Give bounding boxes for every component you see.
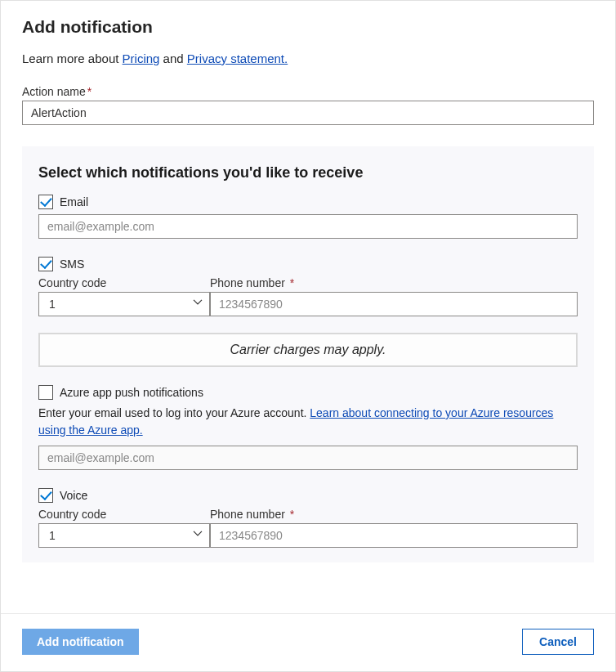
email-input[interactable] xyxy=(38,214,578,239)
azure-app-checkbox-row: Azure app push notifications xyxy=(38,385,578,400)
page-title: Add notification xyxy=(22,17,594,37)
pricing-link[interactable]: Pricing xyxy=(123,52,160,65)
sms-phone-input[interactable] xyxy=(210,292,578,316)
action-name-label: Action name* xyxy=(22,85,92,98)
privacy-statement-link[interactable]: Privacy statement. xyxy=(187,52,288,65)
sms-country-select[interactable]: 1 xyxy=(38,292,210,316)
sms-phone-label-text: Phone number xyxy=(210,276,285,289)
azure-app-helper-text: Enter your email used to log into your A… xyxy=(38,406,310,419)
panel-title: Select which notifications you'd like to… xyxy=(38,164,578,181)
learn-more-text: Learn more about Pricing and Privacy sta… xyxy=(22,52,594,65)
action-name-label-text: Action name xyxy=(22,85,86,98)
sms-checkbox[interactable] xyxy=(38,257,53,271)
required-indicator: * xyxy=(287,508,294,521)
footer-bar: Add notification Cancel xyxy=(1,613,615,671)
azure-app-checkbox[interactable] xyxy=(38,385,53,400)
sms-checkbox-label: SMS xyxy=(60,258,84,271)
email-checkbox[interactable] xyxy=(38,195,53,209)
voice-phone-label: Phone number * xyxy=(210,508,294,521)
azure-app-checkbox-label: Azure app push notifications xyxy=(60,386,203,399)
azure-app-email-input xyxy=(38,446,578,470)
email-checkbox-row: Email xyxy=(38,195,578,209)
learn-more-and: and xyxy=(163,52,187,65)
voice-checkbox[interactable] xyxy=(38,488,53,503)
required-indicator: * xyxy=(87,85,92,98)
sms-country-label: Country code xyxy=(38,276,106,289)
cancel-button[interactable]: Cancel xyxy=(522,629,594,655)
voice-phone-label-text: Phone number xyxy=(210,508,285,521)
learn-more-prefix: Learn more about xyxy=(22,52,123,65)
azure-app-helper: Enter your email used to log into your A… xyxy=(38,405,578,439)
action-name-field: Action name* xyxy=(22,85,594,125)
carrier-notice-banner: Carrier charges may apply. xyxy=(38,333,578,367)
voice-country-label: Country code xyxy=(38,508,106,521)
add-notification-button[interactable]: Add notification xyxy=(22,629,139,655)
email-checkbox-label: Email xyxy=(60,195,88,208)
sms-checkbox-row: SMS xyxy=(38,257,578,271)
action-name-input[interactable] xyxy=(22,101,594,125)
voice-checkbox-row: Voice xyxy=(38,488,578,503)
voice-checkbox-label: Voice xyxy=(60,489,87,502)
voice-phone-input[interactable] xyxy=(210,523,578,548)
sms-phone-label: Phone number * xyxy=(210,276,294,289)
notifications-panel: Select which notifications you'd like to… xyxy=(22,146,594,562)
required-indicator: * xyxy=(287,276,294,289)
voice-country-select[interactable]: 1 xyxy=(38,523,210,548)
